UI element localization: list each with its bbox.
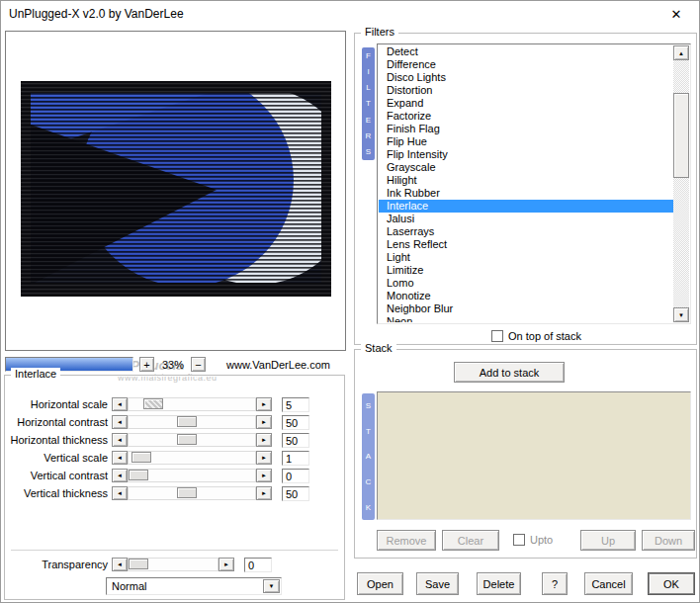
filter-list-item[interactable]: Laserrays	[379, 225, 673, 238]
filters-vertical-label: FILTERS	[362, 47, 375, 160]
filter-list-item[interactable]: Neighbor Blur	[379, 302, 673, 315]
slider-value-box[interactable]: 0	[282, 469, 309, 483]
interlace-group-label: Interlace	[11, 368, 60, 380]
down-button[interactable]: Down	[642, 530, 695, 551]
vertical-letter: S	[366, 401, 371, 410]
slider-track[interactable]	[128, 558, 219, 571]
slider-track[interactable]	[128, 397, 256, 411]
slider-row: Transparency◄►0	[9, 556, 338, 573]
scroll-down-icon[interactable]: ▼	[673, 307, 689, 322]
slider-track[interactable]	[128, 415, 256, 429]
transparency-row-host: Transparency◄►0	[9, 556, 338, 573]
filter-list-item[interactable]: Interlace	[379, 200, 673, 213]
filter-list-item[interactable]: Finish Flag	[379, 123, 673, 135]
remove-button[interactable]: Remove	[377, 530, 436, 551]
slider-value-box[interactable]: 50	[282, 486, 309, 501]
slider-thumb[interactable]	[177, 416, 197, 427]
slider-left-arrow-icon[interactable]: ◄	[112, 397, 128, 411]
filter-list-item[interactable]: Expand	[379, 97, 673, 110]
slider-left-arrow-icon[interactable]: ◄	[112, 469, 128, 482]
vertical-letter: A	[366, 452, 371, 461]
upto-option: Upto	[513, 534, 553, 546]
slider-thumb[interactable]	[131, 452, 151, 463]
filter-list-item[interactable]: Flip Hue	[379, 135, 673, 148]
filter-list-item[interactable]: Lens Reflect	[379, 238, 673, 251]
slider-value-box[interactable]: 0	[244, 558, 272, 572]
scrollbar-thumb[interactable]	[673, 93, 689, 178]
filter-list-item[interactable]: Lomo	[379, 277, 673, 290]
filter-list-item[interactable]: Neon	[379, 315, 673, 322]
filter-list-item[interactable]: Limitize	[379, 264, 673, 277]
zoom-out-button[interactable]: −	[191, 357, 206, 372]
slider-right-arrow-icon[interactable]: ►	[256, 486, 272, 500]
scroll-up-icon[interactable]: ▲	[673, 45, 689, 60]
slider-label: Vertical scale	[9, 452, 108, 464]
preview-image[interactable]: © Pinuccia www.maisiregrafica.eu	[21, 81, 331, 297]
filters-group-label: Filters	[361, 26, 398, 38]
open-button[interactable]: Open	[357, 572, 403, 595]
filter-list-item[interactable]: Jalusi	[379, 213, 673, 225]
zoom-in-button[interactable]: +	[139, 357, 154, 372]
filter-list-item[interactable]: Flip Intensity	[379, 148, 673, 161]
slider-thumb[interactable]	[143, 398, 163, 409]
on-top-checkbox[interactable]	[491, 330, 503, 342]
blend-mode-select[interactable]: Normal ▼	[106, 577, 282, 595]
slider-value-box[interactable]: 50	[282, 415, 309, 430]
slider-thumb[interactable]	[177, 487, 197, 498]
stack-list-area[interactable]	[377, 391, 691, 520]
filter-list-item[interactable]: Grayscale	[379, 161, 673, 174]
slider-value-box[interactable]: 50	[282, 433, 309, 448]
slider-left-arrow-icon[interactable]: ◄	[112, 486, 128, 500]
clear-button[interactable]: Clear	[442, 530, 499, 551]
filter-list-item[interactable]: Light	[379, 251, 673, 264]
filter-list-item[interactable]: Detect	[379, 45, 673, 58]
slider-right-arrow-icon[interactable]: ►	[256, 451, 272, 465]
slider-track[interactable]	[128, 486, 256, 500]
cancel-button[interactable]: Cancel	[584, 572, 633, 595]
blend-mode-value: Normal	[107, 580, 263, 592]
filter-list-items: DetectDifferenceDisco LightsDistortionEx…	[379, 45, 673, 322]
interlace-groupbox: Interlace Horizontal scale◄►5Horizontal …	[4, 375, 345, 600]
slider-track[interactable]	[128, 469, 256, 482]
filter-list-item[interactable]: Distortion	[379, 84, 673, 97]
slider-row: Horizontal scale◄►5	[9, 395, 338, 413]
filter-list-item[interactable]: Disco Lights	[379, 71, 673, 84]
slider-track[interactable]	[128, 451, 256, 465]
delete-button[interactable]: Delete	[477, 572, 521, 595]
filter-list-item[interactable]: Monotize	[379, 290, 673, 302]
website-text: www.VanDerLee.com	[226, 359, 330, 371]
vertical-letter: S	[366, 147, 371, 156]
slider-value-box[interactable]: 5	[282, 397, 309, 412]
filter-list-item[interactable]: Difference	[379, 58, 673, 71]
filter-list-item[interactable]: Factorize	[379, 110, 673, 123]
on-top-of-stack-option: On top of stack	[491, 330, 581, 342]
close-icon[interactable]: ✕	[661, 3, 691, 25]
vertical-letter: F	[366, 51, 371, 60]
slider-left-arrow-icon[interactable]: ◄	[112, 558, 128, 571]
slider-thumb[interactable]	[129, 559, 148, 569]
slider-right-arrow-icon[interactable]: ►	[219, 558, 234, 571]
save-button[interactable]: Save	[416, 572, 459, 595]
slider-value-box[interactable]: 1	[282, 451, 309, 466]
filter-list-item[interactable]: Ink Rubber	[379, 187, 673, 200]
slider-left-arrow-icon[interactable]: ◄	[112, 415, 128, 429]
add-to-stack-button[interactable]: Add to stack	[454, 362, 565, 383]
help-button[interactable]: ?	[542, 572, 568, 595]
slider-left-arrow-icon[interactable]: ◄	[112, 451, 128, 465]
slider-thumb[interactable]	[177, 434, 197, 445]
chevron-down-icon[interactable]: ▼	[263, 579, 280, 593]
upto-checkbox[interactable]	[513, 534, 525, 546]
slider-thumb[interactable]	[129, 470, 148, 480]
slider-right-arrow-icon[interactable]: ►	[256, 397, 272, 411]
slider-left-arrow-icon[interactable]: ◄	[112, 433, 128, 447]
slider-right-arrow-icon[interactable]: ►	[256, 469, 272, 482]
up-button[interactable]: Up	[580, 530, 636, 551]
slider-right-arrow-icon[interactable]: ►	[256, 433, 272, 447]
filters-groupbox: Filters FILTERS DetectDifferenceDisco Li…	[354, 33, 697, 345]
filter-list-item[interactable]: Hilight	[379, 174, 673, 187]
slider-right-arrow-icon[interactable]: ►	[256, 415, 272, 429]
slider-track[interactable]	[128, 433, 256, 447]
filter-list-scrollbar[interactable]: ▲ ▼	[673, 45, 689, 322]
vertical-letter: L	[366, 83, 370, 92]
ok-button[interactable]: OK	[648, 572, 695, 595]
